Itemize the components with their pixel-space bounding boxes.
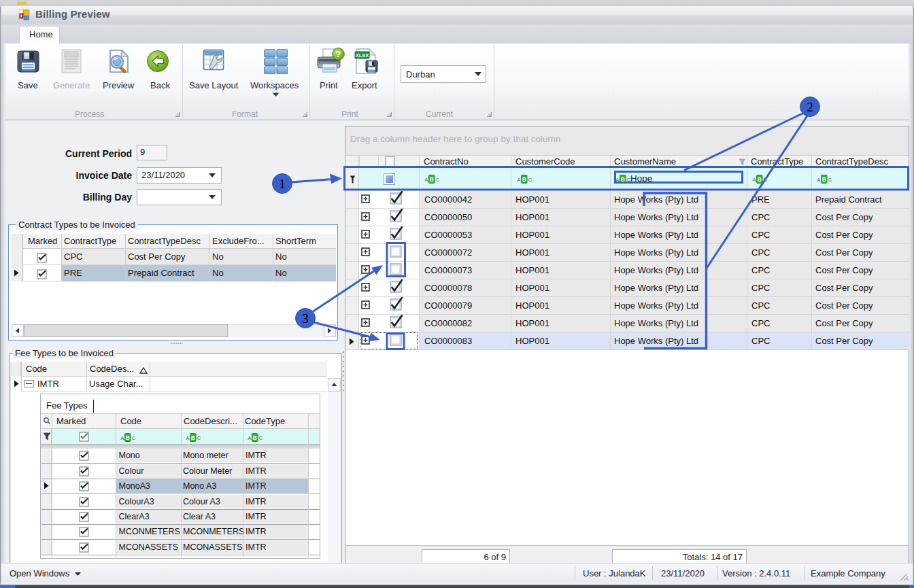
svg-text:2: 2 <box>807 100 813 114</box>
svg-text:3: 3 <box>302 311 309 326</box>
svg-text:1: 1 <box>279 177 286 191</box>
